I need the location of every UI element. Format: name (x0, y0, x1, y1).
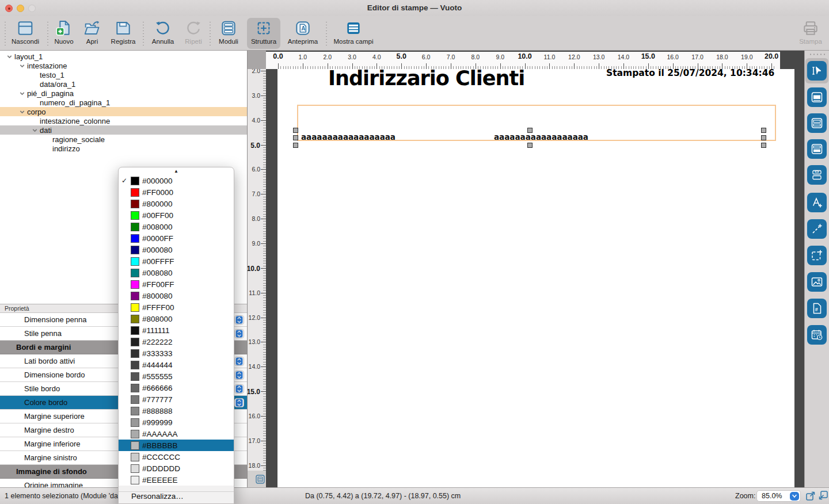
add-page-number-tool-button[interactable]: # (807, 299, 827, 318)
tree-item-ragione_sociale[interactable]: ragione_sociale (0, 135, 247, 144)
color-option-000000[interactable]: ✓#000000 (119, 175, 234, 186)
h-ruler-label: 4.0 (367, 54, 386, 60)
tree-item-testo_1[interactable]: testo_1 (0, 70, 247, 79)
resize-handle[interactable] (761, 135, 766, 140)
data-cell-text[interactable]: aaaaaaaaaaaaaaaaaa (494, 132, 588, 142)
color-option-333333[interactable]: #333333 (119, 348, 234, 359)
structure-button[interactable]: Struttura (247, 18, 280, 49)
color-option-008080[interactable]: #008080 (119, 267, 234, 278)
resize-handle[interactable] (761, 143, 766, 148)
color-option-FF0000[interactable]: #FF0000 (119, 186, 234, 198)
stepper-button[interactable] (234, 329, 244, 338)
resize-handle[interactable] (293, 135, 298, 140)
color-option-444444[interactable]: #444444 (119, 359, 234, 371)
tree-item-dati[interactable]: dati (0, 125, 247, 135)
save-button[interactable]: Registra (107, 18, 139, 49)
ruler-footer (248, 471, 266, 487)
tree-item-intestazione[interactable]: intestazione (0, 61, 247, 70)
resize-handle[interactable] (293, 128, 298, 133)
color-option-0000FF[interactable]: #0000FF (119, 232, 234, 244)
color-option-DDDDDD[interactable]: #DDDDDD (119, 463, 234, 474)
h-ruler-label: 16.0 (663, 54, 683, 60)
add-datetime-tool-button[interactable] (807, 325, 827, 345)
chevron-down-icon[interactable] (17, 109, 27, 115)
color-option-808000[interactable]: #808000 (119, 313, 234, 324)
color-option-00FFFF[interactable]: #00FFFF (119, 255, 234, 267)
stepper-button[interactable] (234, 398, 244, 407)
color-option-FFFF00[interactable]: #FFFF00 (119, 301, 234, 313)
zoom-select[interactable]: 85.0% (756, 490, 801, 502)
redo-button[interactable]: Ripeti (180, 18, 207, 49)
tree-item-numero_di_pagina_1[interactable]: numero_di_pagina_1 (0, 98, 247, 107)
color-option-999999[interactable]: #999999 (119, 417, 234, 428)
add-text-tool-button[interactable] (807, 193, 827, 212)
chevron-down-icon[interactable] (790, 492, 799, 501)
v-ruler-label: 7.0 (248, 190, 260, 198)
page-setup-icon[interactable] (255, 474, 265, 484)
resize-handle[interactable] (527, 143, 533, 148)
color-option-666666[interactable]: #666666 (119, 382, 234, 394)
show-fields-button[interactable]: Mostra campi (330, 18, 377, 49)
color-hex-label: #800000 (142, 200, 173, 208)
color-option-555555[interactable]: #555555 (119, 371, 234, 382)
new-button[interactable]: Nuovo (51, 18, 77, 49)
tree-item-pié_di_pagina[interactable]: pié_di_pagina (0, 89, 247, 98)
stepper-button[interactable] (234, 371, 244, 380)
resize-handle[interactable] (527, 128, 533, 133)
tree-item-layout_1[interactable]: layout_1 (0, 52, 247, 61)
band-lines-tool-button[interactable] (807, 113, 827, 133)
printed-stamp-text[interactable]: Stampato il 25/07/2024, 10:34:46 (606, 68, 774, 78)
color-option-800000[interactable]: #800000 (119, 198, 234, 209)
resize-handle[interactable] (761, 128, 766, 133)
color-option-888888[interactable]: #888888 (119, 405, 234, 417)
chevron-down-icon[interactable] (17, 90, 27, 97)
customize-option[interactable]: Personalizza… (131, 492, 184, 501)
color-option-BBBBBB[interactable]: #BBBBBB (119, 440, 234, 451)
modules-button[interactable]: Moduli (214, 18, 243, 49)
color-option-000080[interactable]: #000080 (119, 244, 234, 255)
hide-button[interactable]: Nascondi (8, 18, 43, 49)
add-frame-tool-button[interactable] (807, 246, 827, 265)
data-cell-text[interactable]: aaaaaaaaaaaaaaaaaa (301, 132, 396, 142)
preview-button[interactable]: A Anteprima (285, 18, 321, 49)
chevron-down-icon[interactable] (5, 54, 14, 60)
scale-up-icon[interactable] (805, 490, 816, 501)
color-option-008000[interactable]: #008000 (119, 221, 234, 232)
band-code-tool-button[interactable]: <> (807, 165, 827, 185)
document-title-text[interactable]: Indirizzario Clienti (328, 67, 524, 90)
tree-item-data/ora_1[interactable]: data/ora_1 (0, 79, 247, 89)
drag-handle-dots[interactable] (809, 54, 826, 55)
color-option-222222[interactable]: #222222 (119, 336, 234, 348)
color-option-CCCCCC[interactable]: #CCCCCC (119, 451, 234, 463)
scroll-up-icon[interactable]: ▲ (119, 167, 234, 175)
add-image-tool-button[interactable] (807, 272, 827, 292)
stepper-button[interactable] (234, 357, 244, 366)
color-option-00FF00[interactable]: #00FF00 (119, 209, 234, 221)
color-swatch (131, 280, 139, 289)
add-line-tool-button[interactable] (807, 219, 827, 239)
select-tool-button[interactable] (807, 61, 827, 81)
color-option-AAAAAA[interactable]: #AAAAAA (119, 428, 234, 440)
band-header-tool-button[interactable] (807, 87, 827, 107)
resize-handle[interactable] (293, 143, 298, 148)
band-filled-tool-button[interactable] (807, 139, 827, 159)
stepper-button[interactable] (234, 315, 244, 324)
color-option-EEEEEE[interactable]: #EEEEEE (119, 474, 234, 486)
zoom-label: Zoom: (735, 492, 755, 500)
color-option-800080[interactable]: #800080 (119, 290, 234, 301)
scale-down-icon[interactable] (817, 490, 828, 501)
color-option-FF00FF[interactable]: #FF00FF (119, 278, 234, 290)
color-option-777777[interactable]: #777777 (119, 394, 234, 405)
print-button[interactable]: Stampa (796, 18, 826, 49)
color-hex-label: #555555 (142, 372, 173, 381)
undo-button[interactable]: Annulla (147, 18, 178, 49)
stepper-button[interactable] (234, 384, 244, 394)
chevron-down-icon[interactable] (30, 127, 40, 133)
tree-item-intestazione_colonne[interactable]: intestazione_colonne (0, 116, 247, 125)
tree-item-corpo[interactable]: corpo (0, 107, 247, 116)
tree-item-indirizzo[interactable]: indirizzo (0, 144, 247, 153)
color-option-111111[interactable]: #111111 (119, 324, 234, 336)
chevron-down-icon[interactable] (17, 63, 27, 69)
canvas-area[interactable]: 0.01.02.03.04.05.06.07.08.09.010.011.012… (266, 51, 804, 487)
open-button[interactable]: Apri (80, 18, 104, 49)
